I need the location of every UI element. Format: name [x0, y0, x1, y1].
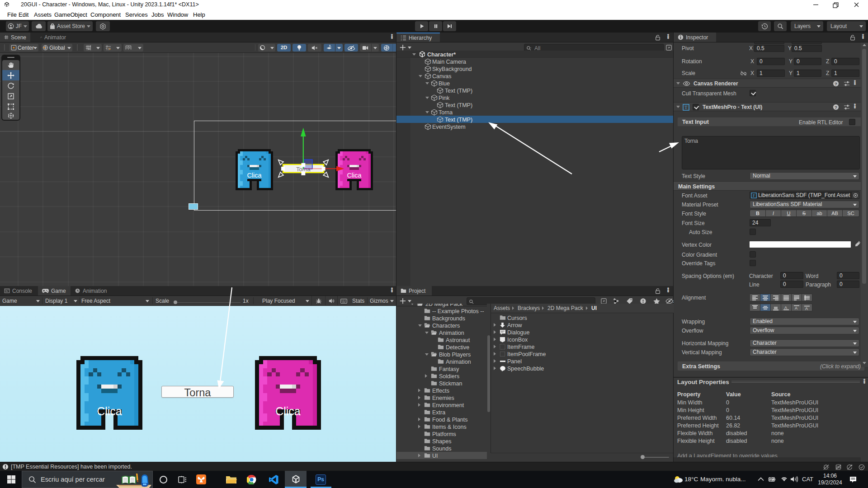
svg-text:A: A	[784, 305, 787, 310]
svg-text:A: A	[805, 306, 808, 311]
svg-text:T: T	[684, 105, 688, 110]
svg-text:A: A	[795, 306, 797, 310]
svg-text:?: ?	[835, 81, 837, 86]
svg-text:F: F	[753, 193, 755, 198]
svg-text:?: ?	[835, 105, 837, 110]
